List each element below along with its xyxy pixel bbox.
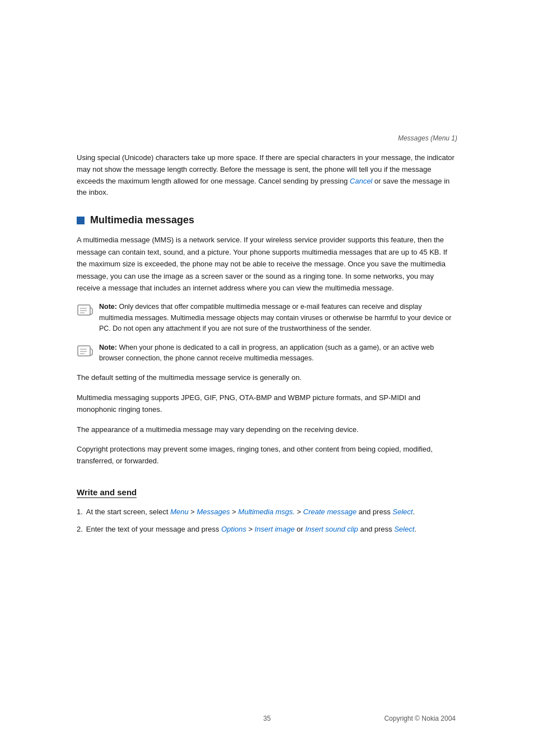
intro-paragraph: Using special (Unicode) characters take …	[77, 152, 457, 199]
copyright-text: Copyright © Nokia 2004	[384, 715, 456, 722]
note-2-text: Note: When your phone is dedicated to a …	[99, 342, 457, 364]
note-icon-1	[77, 303, 93, 320]
step-2: 2. Enter the text of your message and pr…	[77, 523, 457, 535]
multimedia-intro-paragraph: A multimedia message (MMS) is a network …	[77, 234, 457, 294]
section-title: Messages (Menu 1)	[77, 134, 457, 142]
step-1: 1. At the start screen, select Menu > Me…	[77, 506, 457, 518]
paragraph-3: The appearance of a multimedia message m…	[77, 424, 457, 435]
note-block-2: Note: When your phone is dedicated to a …	[77, 342, 457, 364]
note-1-text: Note: Only devices that offer compatible…	[99, 302, 457, 334]
select-link-2[interactable]: Select	[394, 525, 414, 533]
paragraph-4: Copyright protections may prevent some i…	[77, 443, 457, 467]
page: Messages (Menu 1) Using special (Unicode…	[0, 0, 534, 756]
steps-list: 1. At the start screen, select Menu > Me…	[77, 506, 457, 536]
note-block-1: Note: Only devices that offer compatible…	[77, 302, 457, 334]
multimedia-msgs-link[interactable]: Multimedia msgs.	[238, 508, 295, 516]
paragraph-1: The default setting of the multimedia me…	[77, 372, 457, 383]
insert-sound-clip-link[interactable]: Insert sound clip	[305, 525, 358, 533]
options-link[interactable]: Options	[221, 525, 246, 533]
multimedia-messages-heading: Multimedia messages	[77, 214, 457, 226]
write-and-send-heading: Write and send	[77, 475, 457, 506]
heading-square-icon	[77, 217, 85, 224]
select-link-1[interactable]: Select	[392, 508, 413, 516]
paragraph-2: Multimedia messaging supports JPEG, GIF,…	[77, 392, 457, 416]
svg-rect-4	[78, 346, 90, 356]
messages-link[interactable]: Messages	[197, 508, 230, 516]
page-footer: 35 Copyright © Nokia 2004	[0, 715, 534, 722]
insert-image-link[interactable]: Insert image	[255, 525, 295, 533]
menu-link[interactable]: Menu	[170, 508, 189, 516]
content-area: Messages (Menu 1) Using special (Unicode…	[77, 0, 457, 586]
svg-rect-0	[78, 305, 90, 315]
create-message-link[interactable]: Create message	[303, 508, 357, 516]
cancel-link[interactable]: Cancel	[350, 177, 372, 185]
note-icon-2	[77, 344, 93, 360]
